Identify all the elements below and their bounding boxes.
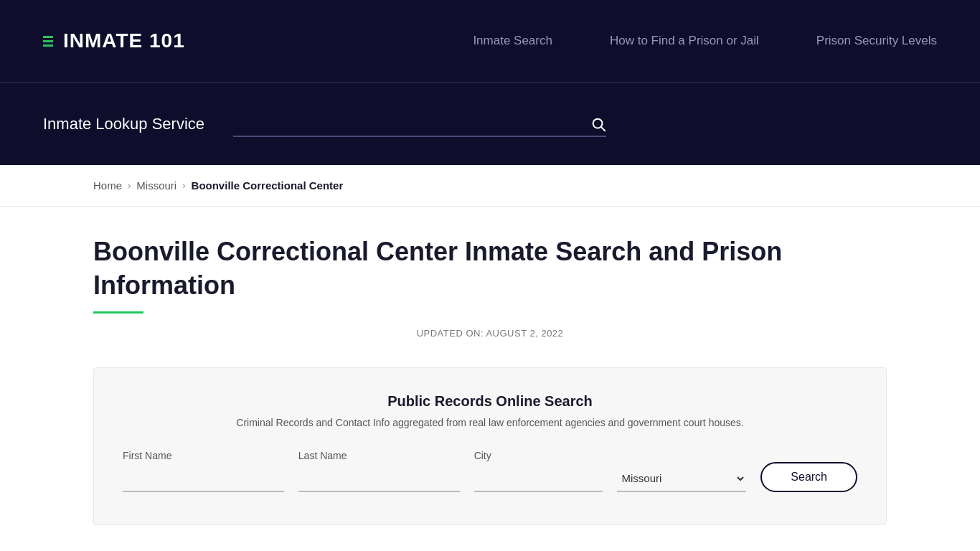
logo-text: INMATE 101 bbox=[63, 29, 185, 52]
nav-links: Inmate Search How to Find a Prison or Ja… bbox=[473, 34, 937, 48]
updated-text: UPDATED ON: AUGUST 2, 2022 bbox=[93, 328, 887, 339]
first-name-label: First Name bbox=[123, 450, 284, 461]
search-section-label: Inmate Lookup Service bbox=[43, 115, 204, 133]
search-icon bbox=[590, 116, 606, 132]
header-search-input[interactable] bbox=[233, 111, 606, 137]
breadcrumb-home[interactable]: Home bbox=[93, 179, 122, 192]
city-label: City bbox=[474, 450, 603, 461]
logo[interactable]: INMATE 101 bbox=[43, 29, 185, 52]
breadcrumb: Home › Missouri › Boonville Correctional… bbox=[93, 179, 887, 192]
inmate-search-link[interactable]: Inmate Search bbox=[473, 34, 552, 48]
how-to-find-link[interactable]: How to Find a Prison or Jail bbox=[610, 34, 759, 48]
first-name-group: First Name bbox=[123, 450, 284, 492]
city-group: City bbox=[474, 450, 603, 492]
last-name-input[interactable] bbox=[298, 467, 460, 492]
last-name-group: Last Name bbox=[298, 450, 460, 492]
logo-icon bbox=[43, 36, 53, 47]
breadcrumb-separator-2: › bbox=[182, 180, 185, 191]
card-description: Criminal Records and Contact Info aggreg… bbox=[123, 417, 857, 428]
breadcrumb-state[interactable]: Missouri bbox=[136, 179, 176, 192]
search-form: First Name Last Name City Missouri Alaba… bbox=[123, 450, 857, 492]
title-underline bbox=[93, 311, 143, 314]
first-name-input[interactable] bbox=[123, 467, 284, 492]
search-button[interactable]: Search bbox=[760, 462, 857, 492]
city-input[interactable] bbox=[474, 467, 603, 492]
svg-line-1 bbox=[601, 127, 605, 131]
breadcrumb-separator-1: › bbox=[128, 180, 131, 191]
search-card: Public Records Online Search Criminal Re… bbox=[93, 367, 887, 525]
header-search-container bbox=[233, 111, 606, 137]
breadcrumb-section: Home › Missouri › Boonville Correctional… bbox=[0, 165, 980, 207]
security-levels-link[interactable]: Prison Security Levels bbox=[816, 34, 937, 48]
search-section: Inmate Lookup Service bbox=[0, 83, 980, 165]
main-content: Boonville Correctional Center Inmate Sea… bbox=[0, 207, 980, 551]
page-title: Boonville Correctional Center Inmate Sea… bbox=[93, 235, 887, 303]
header-search-button[interactable] bbox=[590, 116, 606, 132]
last-name-label: Last Name bbox=[298, 450, 460, 461]
state-group: Missouri Alabama Alaska Arizona Arkansas… bbox=[617, 460, 746, 492]
card-title: Public Records Online Search bbox=[123, 393, 857, 410]
top-navigation: INMATE 101 Inmate Search How to Find a P… bbox=[0, 0, 980, 83]
state-select[interactable]: Missouri Alabama Alaska Arizona Arkansas… bbox=[617, 466, 746, 492]
breadcrumb-current: Boonville Correctional Center bbox=[192, 179, 344, 192]
